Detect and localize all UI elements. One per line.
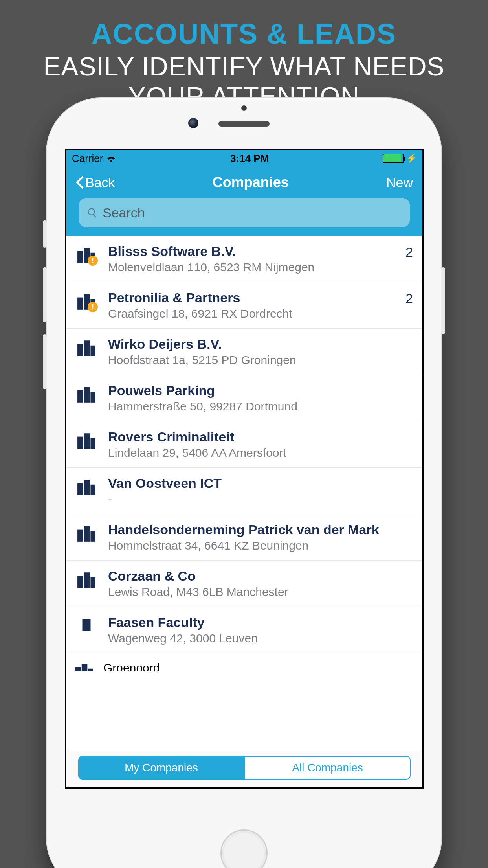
svg-rect-116	[85, 579, 86, 580]
svg-rect-26	[85, 301, 86, 302]
company-address: Lindelaan 29, 5406 AA Amersfoort	[108, 446, 413, 460]
svg-rect-7	[85, 249, 86, 250]
svg-rect-42	[87, 347, 88, 348]
svg-rect-10	[87, 252, 88, 253]
svg-rect-115	[87, 577, 88, 578]
company-count-badge: 2	[404, 244, 413, 260]
svg-rect-92	[90, 531, 95, 542]
company-row[interactable]: Faasen FacultyWagenweg 42, 3000 Leuven	[66, 607, 422, 653]
svg-rect-40	[87, 345, 88, 346]
back-button[interactable]: Back	[76, 175, 115, 190]
svg-rect-61	[84, 433, 90, 449]
svg-rect-56	[85, 394, 86, 395]
svg-rect-51	[81, 394, 82, 395]
search-input[interactable]: Search	[79, 198, 410, 227]
company-row[interactable]: !Blisss Software B.V.Molenveldlaan 110, …	[66, 236, 422, 282]
company-row[interactable]: !Petronilia & PartnersGraafsingel 18, 69…	[66, 282, 422, 329]
svg-rect-3	[79, 253, 80, 254]
svg-rect-45	[77, 390, 83, 403]
phone-frame: Carrier 3:14 PM ⚡ Back Companies New	[46, 97, 442, 868]
svg-rect-23	[87, 296, 88, 297]
building-complex-icon	[77, 338, 96, 358]
svg-rect-24	[85, 298, 86, 300]
svg-rect-117	[87, 579, 88, 580]
svg-rect-57	[87, 394, 88, 395]
tab-my-companies[interactable]: My Companies	[78, 756, 244, 780]
company-address: Lewis Road, M43 6LB Manchester	[108, 585, 413, 599]
svg-rect-48	[79, 392, 80, 393]
nav-bar: Back Companies New	[66, 167, 422, 198]
company-icon-cell	[74, 337, 99, 358]
company-icon-cell	[74, 522, 99, 543]
svg-rect-144	[90, 670, 91, 671]
tab-all-companies[interactable]: All Companies	[244, 756, 411, 780]
svg-rect-22	[85, 296, 86, 297]
phone-power-button	[441, 267, 445, 334]
svg-rect-66	[81, 441, 82, 442]
svg-rect-127	[84, 625, 85, 627]
company-row[interactable]: Groenoord	[66, 653, 422, 671]
svg-rect-41	[85, 347, 86, 348]
company-row[interactable]: Pouwels ParkingHammerstraße 50, 99287 Do…	[66, 375, 422, 421]
svg-rect-8	[87, 249, 88, 250]
svg-rect-62	[90, 438, 95, 449]
status-bar-left: Carrier	[72, 153, 116, 165]
company-icon-cell	[74, 568, 99, 590]
charging-icon: ⚡	[406, 153, 417, 164]
status-bar-right: ⚡	[383, 153, 417, 164]
building-complex-icon	[74, 661, 94, 671]
svg-rect-132	[82, 664, 88, 671]
company-address: Wagenweg 42, 3000 Leuven	[108, 632, 413, 645]
svg-rect-108	[79, 577, 80, 579]
company-text-block: Blisss Software B.V.Molenveldlaan 110, 6…	[108, 244, 394, 274]
company-name: Wirko Deijers B.V.	[108, 337, 413, 352]
svg-rect-12	[87, 254, 88, 256]
promo-title: ACCOUNTS & LEADS	[0, 18, 488, 50]
company-row[interactable]: Van Oostveen ICT-	[66, 468, 422, 514]
svg-rect-25	[87, 298, 88, 300]
svg-rect-103	[92, 533, 93, 534]
company-name: Corzaan & Co	[108, 568, 413, 584]
carrier-label: Carrier	[72, 153, 103, 165]
company-row[interactable]: Corzaan & CoLewis Road, M43 6LB Manchest…	[66, 561, 422, 607]
svg-rect-89	[92, 489, 93, 490]
svg-rect-65	[79, 441, 80, 442]
svg-rect-90	[77, 530, 83, 542]
company-icon-cell	[74, 383, 99, 404]
svg-rect-37	[85, 342, 86, 343]
svg-rect-80	[79, 487, 80, 488]
svg-rect-27	[87, 301, 88, 302]
home-button[interactable]	[220, 829, 268, 868]
svg-rect-104	[92, 535, 93, 536]
company-address: Hoofdstraat 1a, 5215 PD Groningen	[108, 353, 413, 367]
company-address: Hammerstraße 50, 99287 Dortmund	[108, 400, 413, 413]
svg-rect-119	[92, 581, 93, 583]
company-icon-cell: !	[74, 290, 99, 311]
company-list[interactable]: !Blisss Software B.V.Molenveldlaan 110, …	[66, 236, 422, 671]
svg-rect-9	[85, 252, 86, 253]
company-text-block: Wirko Deijers B.V.Hoofdstraat 1a, 5215 P…	[108, 337, 413, 367]
svg-rect-39	[85, 345, 86, 346]
alert-badge-icon: !	[88, 302, 98, 312]
svg-rect-94	[81, 531, 82, 532]
svg-rect-118	[92, 579, 93, 580]
svg-rect-82	[85, 481, 86, 482]
svg-rect-85	[87, 484, 88, 485]
svg-rect-96	[81, 533, 82, 535]
svg-rect-30	[77, 344, 83, 356]
phone-camera	[188, 118, 198, 128]
new-button[interactable]: New	[386, 175, 413, 190]
page-title: Companies	[213, 174, 289, 191]
company-row[interactable]: Wirko Deijers B.V.Hoofdstraat 1a, 5215 P…	[66, 329, 422, 375]
company-text-block: Faasen FacultyWagenweg 42, 3000 Leuven	[108, 615, 413, 645]
search-placeholder: Search	[103, 205, 145, 221]
svg-rect-0	[77, 251, 83, 263]
svg-rect-98	[87, 528, 88, 529]
svg-rect-137	[78, 671, 79, 671]
building-single-icon	[79, 616, 94, 634]
svg-rect-110	[79, 580, 80, 581]
svg-rect-69	[85, 438, 86, 439]
company-row[interactable]: Rovers CriminaliteitLindelaan 29, 5406 A…	[66, 421, 422, 468]
company-row[interactable]: Handelsonderneming Patrick van der MarkH…	[66, 514, 422, 561]
svg-rect-139	[85, 665, 86, 666]
